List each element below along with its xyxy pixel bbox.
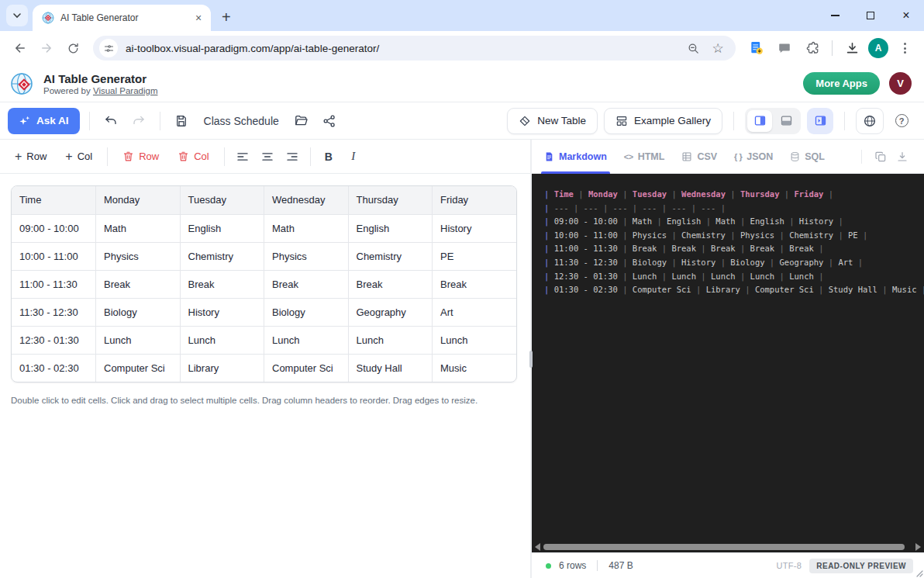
table-cell[interactable]: History xyxy=(433,214,517,242)
table-cell[interactable]: Break xyxy=(180,270,264,298)
scroll-left-icon[interactable] xyxy=(535,543,540,551)
undo-button[interactable] xyxy=(99,109,122,133)
table-cell[interactable]: 09:00 - 10:00 xyxy=(12,214,96,242)
document-title[interactable]: Class Schedule xyxy=(204,115,279,127)
scrollbar-thumb[interactable] xyxy=(543,544,905,550)
table-cell[interactable]: Music xyxy=(433,354,517,382)
share-button[interactable] xyxy=(318,109,341,133)
extensions-puzzle-icon[interactable] xyxy=(801,37,824,59)
markdown-code-preview[interactable]: | Time | Monday | Tuesday | Wednesday | … xyxy=(532,174,924,541)
table-cell[interactable]: Lunch xyxy=(264,326,349,354)
table-cell[interactable]: 12:30 - 01:30 xyxy=(12,326,96,354)
align-center-button[interactable] xyxy=(256,145,279,168)
table-cell[interactable]: Biology xyxy=(96,298,181,326)
column-header[interactable]: Tuesday xyxy=(180,186,264,214)
reload-button[interactable] xyxy=(62,37,84,59)
table-cell[interactable]: Biology xyxy=(264,298,349,326)
visual-paradigm-link[interactable]: Visual Paradigm xyxy=(93,86,158,95)
table-cell[interactable]: Library xyxy=(180,354,264,382)
browser-menu-icon[interactable] xyxy=(893,37,916,59)
tab-sql[interactable]: SQL xyxy=(790,140,825,174)
table-cell[interactable]: Art xyxy=(433,298,517,326)
table-cell[interactable]: Physics xyxy=(96,242,181,270)
maximize-button[interactable] xyxy=(853,0,888,31)
tab-close-icon[interactable]: × xyxy=(192,12,205,24)
tab-csv[interactable]: CSV xyxy=(681,140,717,174)
table-cell[interactable]: Physics xyxy=(264,242,349,270)
divider-grip-handle[interactable] xyxy=(529,351,533,368)
table-cell[interactable]: Geography xyxy=(348,298,433,326)
table-cell[interactable]: Break xyxy=(433,270,517,298)
redo-button[interactable] xyxy=(127,109,150,133)
table-cell[interactable]: Lunch xyxy=(348,326,433,354)
download-icon[interactable] xyxy=(840,37,864,59)
site-settings-icon[interactable] xyxy=(99,39,118,57)
table-cell[interactable]: Study Hall xyxy=(348,354,433,382)
browser-profile-avatar[interactable]: A xyxy=(868,38,888,58)
add-col-button[interactable]: + Col xyxy=(57,145,101,168)
table-cell[interactable]: Lunch xyxy=(180,326,264,354)
code-horizontal-scrollbar[interactable] xyxy=(532,541,924,552)
open-folder-button[interactable] xyxy=(290,109,313,133)
column-header[interactable]: Thursday xyxy=(348,186,433,214)
tab-html[interactable]: <>HTML xyxy=(624,140,665,174)
bold-button[interactable]: B xyxy=(317,145,340,168)
ask-ai-button[interactable]: Ask AI xyxy=(8,108,80,134)
bookmark-star-icon[interactable]: ☆ xyxy=(709,40,726,57)
language-button[interactable] xyxy=(856,108,884,134)
new-tab-button[interactable]: + xyxy=(222,9,231,25)
table-cell[interactable]: 01:30 - 02:30 xyxy=(12,354,96,382)
table-cell[interactable]: 11:30 - 12:30 xyxy=(12,298,96,326)
column-header[interactable]: Monday xyxy=(96,186,181,214)
delete-col-button[interactable]: Col xyxy=(169,145,218,168)
delete-row-button[interactable]: Row xyxy=(114,145,167,168)
table-cell[interactable]: 10:00 - 11:00 xyxy=(12,242,96,270)
new-table-button[interactable]: New Table xyxy=(507,108,598,134)
table-cell[interactable]: History xyxy=(180,298,264,326)
table-cell[interactable]: Computer Sci xyxy=(96,354,181,382)
browser-tab[interactable]: AI Table Generator × xyxy=(33,5,211,31)
scroll-right-icon[interactable] xyxy=(915,543,921,551)
column-header[interactable]: Friday xyxy=(433,186,517,214)
table-cell[interactable]: Lunch xyxy=(433,326,517,354)
close-window-button[interactable]: × xyxy=(888,0,924,31)
copy-code-button[interactable] xyxy=(870,146,891,168)
tab-search-button[interactable] xyxy=(6,5,28,26)
table-cell[interactable]: Chemistry xyxy=(180,242,264,270)
tab-json[interactable]: { }JSON xyxy=(734,140,773,174)
example-gallery-button[interactable]: Example Gallery xyxy=(604,108,722,134)
table-cell[interactable]: Chemistry xyxy=(348,242,433,270)
vertical-split-button[interactable] xyxy=(747,110,772,132)
table-cell[interactable]: Computer Sci xyxy=(264,354,349,382)
table-cell[interactable]: Break xyxy=(96,270,181,298)
table-cell[interactable]: Lunch xyxy=(96,326,181,354)
help-button[interactable]: ? xyxy=(890,108,913,134)
add-row-button[interactable]: + Row xyxy=(6,145,55,168)
align-right-button[interactable] xyxy=(281,145,304,168)
table-cell[interactable]: Break xyxy=(264,270,349,298)
table-cell[interactable]: PE xyxy=(433,242,517,270)
table-cell[interactable]: Math xyxy=(96,214,181,242)
docs-offline-icon[interactable] xyxy=(745,37,768,59)
resize-grip-icon[interactable] xyxy=(915,569,923,577)
tab-markdown[interactable]: Markdown xyxy=(544,140,607,174)
italic-button[interactable]: I xyxy=(342,145,365,168)
zoom-out-icon[interactable] xyxy=(684,42,702,55)
table-cell[interactable]: English xyxy=(348,214,433,242)
forward-button[interactable] xyxy=(36,37,57,59)
table-cell[interactable]: 11:00 - 11:30 xyxy=(12,270,96,298)
more-apps-button[interactable]: More Apps xyxy=(803,72,880,95)
comment-icon[interactable] xyxy=(773,37,796,59)
table-cell[interactable]: Math xyxy=(264,214,349,242)
back-button[interactable] xyxy=(9,37,31,59)
horizontal-split-button[interactable] xyxy=(774,110,798,132)
align-left-button[interactable] xyxy=(231,145,254,168)
table-cell[interactable]: English xyxy=(180,214,264,242)
url-bar[interactable]: ai-toolbox.visual-paradigm.com/app/ai-ta… xyxy=(93,36,736,61)
download-code-button[interactable] xyxy=(891,146,913,168)
minimize-button[interactable] xyxy=(817,0,853,31)
toggle-preview-panel-button[interactable] xyxy=(807,108,833,134)
user-avatar[interactable]: V xyxy=(889,72,912,95)
pane-divider[interactable] xyxy=(530,140,532,578)
column-header[interactable]: Wednesday xyxy=(264,186,349,214)
